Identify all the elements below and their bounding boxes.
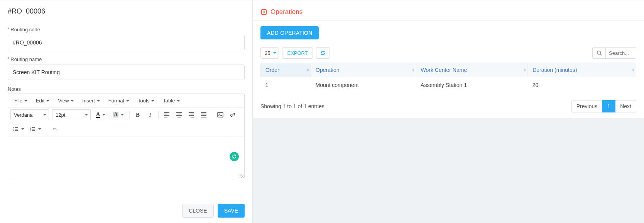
caret-down-icon — [97, 100, 100, 102]
col-duration[interactable]: Duration (minutes) — [528, 63, 636, 77]
rte-text-color-button[interactable]: A — [94, 109, 110, 120]
close-button[interactable]: CLOSE — [182, 204, 213, 218]
pager: Previous 1 Next — [571, 100, 636, 112]
refresh-icon — [232, 154, 237, 159]
svg-rect-0 — [218, 112, 223, 117]
align-left-icon — [164, 112, 170, 118]
col-operation[interactable]: Operation — [311, 63, 416, 77]
separator — [46, 125, 46, 133]
svg-point-4 — [14, 130, 14, 131]
cell-duration: 20 — [528, 77, 636, 93]
caret-down-icon — [24, 100, 27, 102]
rte-align-right-button[interactable] — [186, 109, 197, 120]
rte-bold-button[interactable]: B — [132, 109, 144, 120]
pager-page-1[interactable]: 1 — [602, 100, 615, 112]
refresh-icon — [320, 50, 326, 56]
operations-table: Order Operation Work Center Name Duratio… — [260, 63, 636, 93]
caret-down-icon — [121, 114, 124, 116]
rte-undo-button[interactable] — [49, 124, 60, 134]
rte-align-center-button[interactable] — [173, 109, 185, 120]
svg-point-2 — [14, 127, 14, 128]
save-button[interactable]: SAVE — [218, 204, 245, 218]
caret-down-icon — [151, 100, 154, 102]
operations-icon — [260, 9, 267, 15]
routing-name-label: Routing name — [8, 56, 245, 62]
svg-point-3 — [14, 129, 14, 129]
align-right-icon — [188, 112, 194, 118]
rte-assistant-button[interactable] — [230, 152, 239, 161]
pager-prev[interactable]: Previous — [571, 100, 602, 112]
rich-text-editor: File Edit View Insert Format Tools Table… — [8, 94, 245, 179]
svg-rect-8 — [262, 10, 267, 15]
separator — [158, 111, 159, 119]
rte-numbered-list-button[interactable]: 123 — [27, 124, 44, 134]
caret-down-icon — [102, 114, 105, 116]
rte-menu-file[interactable]: File — [10, 95, 31, 106]
search-icon — [592, 47, 605, 59]
notes-label: Notes — [8, 86, 245, 92]
col-order[interactable]: Order — [261, 63, 311, 77]
operations-title: Operations — [270, 8, 303, 16]
rte-link-button[interactable] — [227, 109, 238, 120]
bullet-list-icon — [13, 126, 19, 132]
align-justify-icon — [201, 112, 207, 118]
align-center-icon — [176, 112, 182, 118]
routing-code-label: Routing code — [8, 27, 245, 32]
rte-menu-edit[interactable]: Edit — [32, 95, 53, 106]
caret-down-icon — [21, 128, 24, 130]
table-info: Showing 1 to 1 of 1 entries — [260, 103, 325, 109]
caret-down-icon — [85, 114, 88, 116]
routing-name-input[interactable] — [8, 65, 245, 80]
svg-text:3: 3 — [30, 129, 31, 132]
rte-align-left-button[interactable] — [161, 109, 172, 120]
rte-font-size-select[interactable]: 12pt — [52, 109, 91, 120]
caret-down-icon — [177, 100, 180, 102]
rte-menu-format[interactable]: Format — [105, 95, 133, 106]
empty-area — [253, 118, 644, 223]
pager-next[interactable]: Next — [615, 100, 636, 112]
routing-code-input[interactable] — [8, 35, 245, 50]
svg-point-9 — [263, 11, 265, 13]
caret-down-icon — [38, 128, 41, 130]
separator — [212, 111, 212, 119]
caret-down-icon — [273, 52, 276, 54]
separator — [129, 111, 130, 119]
undo-icon — [51, 126, 57, 132]
cell-operation: Mount component — [311, 77, 416, 93]
cell-work-center: Assembly Station 1 — [416, 77, 528, 93]
rte-bullet-list-button[interactable] — [10, 124, 27, 134]
search-input[interactable] — [605, 47, 636, 59]
link-icon — [230, 112, 236, 118]
page-title: #RO_00006 — [0, 0, 252, 21]
rte-menu-table[interactable]: Table — [159, 95, 184, 106]
col-work-center[interactable]: Work Center Name — [416, 63, 528, 77]
rte-menu-tools[interactable]: Tools — [134, 95, 158, 106]
resize-handle-icon[interactable] — [240, 174, 243, 178]
svg-point-1 — [219, 114, 220, 115]
page-size-select[interactable]: 25 — [260, 47, 279, 59]
refresh-button[interactable] — [316, 47, 330, 59]
cell-order: 1 — [261, 77, 311, 93]
rte-content-area[interactable] — [8, 136, 244, 179]
caret-down-icon — [43, 114, 46, 116]
rte-image-button[interactable] — [215, 109, 226, 120]
table-row[interactable]: 1 Mount component Assembly Station 1 20 — [261, 77, 636, 93]
rte-menu-insert[interactable]: Insert — [78, 95, 104, 106]
numbered-list-icon: 123 — [30, 126, 36, 132]
rte-highlight-color-button[interactable]: A — [111, 109, 127, 120]
rte-font-family-select[interactable]: Verdana — [10, 109, 49, 120]
rte-italic-button[interactable]: I — [144, 109, 156, 120]
caret-down-icon — [46, 100, 49, 102]
export-button[interactable]: EXPORT — [282, 47, 313, 59]
image-icon — [217, 112, 223, 118]
add-operation-button[interactable]: ADD OPERATION — [260, 26, 319, 39]
rte-align-justify-button[interactable] — [198, 109, 210, 120]
caret-down-icon — [71, 100, 74, 102]
svg-point-10 — [597, 51, 600, 54]
caret-down-icon — [126, 100, 129, 102]
rte-menu-view[interactable]: View — [54, 95, 78, 106]
